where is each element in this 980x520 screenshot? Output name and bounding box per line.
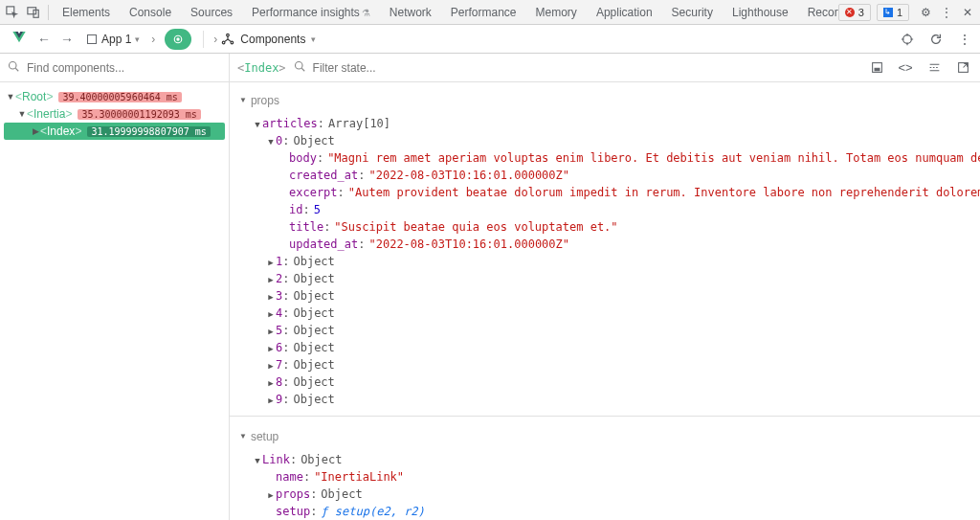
section-header-props[interactable]: ▼props	[239, 88, 970, 115]
find-components-row	[0, 54, 229, 82]
tab-perf-insights[interactable]: Performance insights⚗	[242, 0, 380, 25]
svg-point-6	[227, 34, 230, 36]
prop-row[interactable]: created_at:"2022-08-03T10:16:01.000000Z"	[239, 167, 970, 184]
devtools-tabs: Elements Console Sources Performance ins…	[53, 0, 838, 25]
filter-state-input[interactable]	[311, 60, 458, 76]
tab-application[interactable]: Application	[587, 0, 662, 25]
app-selector[interactable]: App 1 ▾	[78, 28, 147, 51]
tab-sources[interactable]: Sources	[181, 0, 242, 25]
tree-node-inertia[interactable]: ▼ <Inertia> 35.30000001192093 ms	[4, 105, 225, 123]
svg-point-9	[903, 34, 912, 43]
error-count-pill[interactable]: ✕3	[838, 4, 871, 21]
device-toolbar-icon[interactable]	[23, 2, 44, 23]
show-render-code-icon[interactable]: <>	[896, 58, 915, 78]
inspector-tab-components-icon[interactable]	[165, 29, 191, 50]
tab-elements[interactable]: Elements	[53, 0, 120, 25]
vue-logo-icon	[11, 30, 27, 49]
tab-security[interactable]: Security	[662, 0, 723, 25]
svg-point-11	[295, 62, 302, 70]
search-icon	[294, 60, 305, 75]
prop-row[interactable]: ▶4:Object	[239, 305, 970, 322]
prop-row[interactable]: ▶8:Object	[239, 373, 970, 391]
prop-row[interactable]: body:"Magni rem amet aperiam voluptas en…	[239, 149, 970, 167]
prop-row[interactable]: id:5	[239, 201, 970, 218]
devtools-tab-bar: Elements Console Sources Performance ins…	[0, 0, 980, 25]
target-select-icon[interactable]	[898, 30, 917, 49]
tree-node-index[interactable]: ▶ <Index> 31.19999998807907 ms	[4, 123, 225, 140]
svg-rect-13	[875, 68, 880, 70]
component-tree-pane: ▼ <Root> 39.40000005960464 ms ▼ <Inertia…	[0, 54, 230, 520]
inspect-dom-icon[interactable]	[924, 58, 944, 78]
search-icon	[8, 60, 19, 75]
prop-row[interactable]: ▶2:Object	[239, 270, 970, 287]
prop-row[interactable]: ▶3:Object	[239, 287, 970, 305]
inspect-element-icon[interactable]	[2, 2, 23, 23]
svg-point-5	[177, 37, 179, 39]
breadcrumb-separator: ›	[210, 33, 221, 46]
svg-rect-3	[88, 34, 97, 43]
prop-row[interactable]: ▶1:Object	[239, 253, 970, 270]
prop-row[interactable]: ▶7:Object	[239, 356, 970, 373]
refresh-icon[interactable]	[926, 30, 946, 49]
scroll-into-view-icon[interactable]	[867, 58, 886, 78]
prop-row[interactable]: ▶6:Object	[239, 339, 970, 356]
prop-row[interactable]: ▶5:Object	[239, 322, 970, 339]
prop-row[interactable]: name:"InertiaLink"	[239, 468, 970, 486]
selected-component-crumb: <Index>	[237, 61, 286, 75]
component-tree: ▼ <Root> 39.40000005960464 ms ▼ <Inertia…	[0, 82, 229, 146]
chevron-down-icon: ▾	[311, 34, 316, 44]
breadcrumb-separator: ›	[147, 33, 159, 46]
vue-devtools-toolbar: ← → App 1 ▾ › › Components ▾ ⋮	[0, 25, 980, 54]
nav-forward-icon[interactable]: →	[56, 28, 78, 51]
svg-point-10	[10, 62, 17, 70]
app-name: App 1	[101, 33, 131, 46]
tab-performance[interactable]: Performance	[441, 0, 526, 25]
tab-console[interactable]: Console	[120, 0, 181, 25]
tree-node-root[interactable]: ▼ <Root> 39.40000005960464 ms	[4, 88, 225, 105]
tab-recorder[interactable]: Recorder⚗	[798, 0, 838, 25]
message-count-pill[interactable]: ↳1	[877, 4, 909, 21]
prop-row[interactable]: ▼articles:Array[10]	[239, 115, 970, 132]
components-dropdown[interactable]: Components ▾	[221, 33, 316, 46]
prop-row[interactable]: ▶props:Object	[239, 486, 970, 503]
render-timing-badge: 31.19999998807907 ms	[87, 126, 210, 137]
prop-row[interactable]: excerpt:"Autem provident beatae dolorum …	[239, 184, 970, 201]
prop-row[interactable]: ▼Link:Object	[239, 451, 970, 468]
open-in-editor-icon[interactable]	[953, 58, 972, 78]
kebab-menu-icon[interactable]: ⋮	[936, 2, 957, 23]
tab-memory[interactable]: Memory	[526, 0, 587, 25]
close-devtools-icon[interactable]: ✕	[957, 2, 978, 23]
state-inspector-pane: <Index> <> ▼pro	[230, 54, 980, 520]
prop-row[interactable]: ▶9:Object	[239, 391, 970, 408]
settings-gear-icon[interactable]: ⚙	[915, 2, 936, 23]
prop-row[interactable]: setup:ƒ setup(e2, r2)	[239, 503, 970, 520]
find-components-input[interactable]	[25, 60, 221, 76]
render-timing-badge: 39.40000005960464 ms	[58, 92, 181, 102]
tab-lighthouse[interactable]: Lighthouse	[723, 0, 798, 25]
tab-network[interactable]: Network	[380, 0, 441, 25]
section-header-setup[interactable]: ▼setup	[239, 424, 970, 451]
prop-row[interactable]: updated_at:"2022-08-03T10:16:01.000000Z"	[239, 236, 970, 253]
chevron-down-icon: ▾	[135, 34, 140, 44]
render-timing-badge: 35.30000001192093 ms	[78, 109, 200, 120]
inspector-header: <Index> <>	[230, 54, 980, 82]
prop-row[interactable]: title:"Suscipit beatae quia eos voluptat…	[239, 218, 970, 236]
kebab-menu-icon[interactable]: ⋮	[955, 30, 974, 49]
svg-rect-1	[28, 7, 36, 13]
nav-back-icon[interactable]: ←	[33, 28, 56, 51]
prop-row[interactable]: ▼0:Object	[239, 132, 970, 149]
